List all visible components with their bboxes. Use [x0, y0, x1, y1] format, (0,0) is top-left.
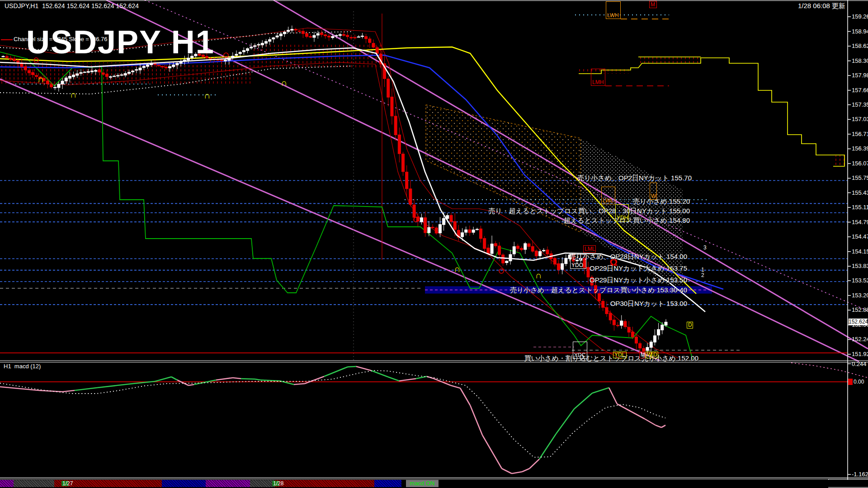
pivot-label-lwl: LWL [601, 187, 615, 204]
price-axis-tick: 157.350 [852, 101, 868, 108]
pivot-label-d: D [652, 352, 658, 358]
pivot-label-w: W [650, 183, 657, 200]
channel-marker [1, 39, 13, 40]
price-axis-tick: 153.835 [852, 263, 868, 269]
macd-pane-title: H1 macd (12) [4, 363, 41, 370]
session-segment [374, 480, 401, 487]
svg-text:∩: ∩ [70, 89, 76, 99]
pivot-label-ydl: YDL [613, 352, 627, 358]
session-date-highlight [61, 481, 68, 486]
session-segment [14, 480, 54, 487]
chart-annotation: OP30日NYカット 153.00 [610, 300, 687, 308]
chart-annotation: OP29日NYカット小さめ 153.50 [590, 276, 687, 285]
price-axis-tick: 155.435 [852, 189, 868, 196]
session-segment [250, 480, 275, 487]
price-axis-tick: 158.625 [852, 42, 868, 49]
ohlc-readout: USDJPY,H1 152.624 152.624 152.624 152.62… [5, 2, 139, 9]
price-axis-tick: 153.200 [852, 292, 868, 299]
chart-annotation: 売り小さめ・超えるとストップロス買い小さめ 153.30-40 [510, 286, 687, 295]
chart-canvas[interactable]: ∩∩∩∩∩∩Ω [0, 0, 868, 488]
session-segment [401, 480, 826, 487]
pivot-label-lml: LML [583, 245, 596, 253]
price-axis-tick: 154.475 [852, 233, 868, 240]
pivot-label-ydc: YDC [573, 342, 587, 359]
price-axis-tick: 157.985 [852, 72, 868, 79]
macd-on-toggle[interactable]: macd ON [406, 480, 439, 487]
chart-annotation: 買い小さめ・割り込むとストップロス売り小さめ 152.00 [524, 354, 698, 363]
session-date-label: 1/27 [62, 480, 73, 487]
price-axis-tick: 154.155 [852, 248, 868, 255]
session-segment [206, 480, 250, 487]
session-date-highlight [272, 481, 279, 486]
pivot-label-ydo: YDO [570, 254, 586, 269]
session-segment [162, 480, 206, 487]
svg-text:∩: ∩ [281, 78, 287, 88]
price-axis-tick: 158.945 [852, 28, 868, 35]
svg-text:∩: ∩ [535, 270, 542, 280]
pivot-label-m: M [639, 352, 645, 358]
svg-text:∩: ∩ [454, 264, 460, 274]
price-axis-tick: 155.750 [852, 174, 868, 181]
chart-annotation: 売り小さめ 155.20 [633, 197, 690, 206]
pivot-label-lwh: LWH [606, 1, 621, 19]
price-axis-tick: 159.265 [852, 13, 868, 20]
chart-annotation: 売り小さめ、OP28日NYカット 154.00 [569, 253, 687, 261]
current-price-tag: 152.624 [849, 319, 868, 325]
pivot-label-ydh: YDH [615, 204, 629, 221]
macd-axis-max: 0.244 [852, 361, 867, 367]
price-axis-tick: 155.115 [852, 204, 868, 211]
chart-annotation: 売り小さめ、OP2日NYカット 155.70 [577, 174, 692, 183]
channel-info-label: Channel size = 2345 Slope = -36.76 [14, 36, 107, 42]
price-axis-tick: 152.240 [852, 336, 868, 343]
macd-zero-label: 0.00 [854, 379, 864, 385]
session-date-label: 1/28 [273, 480, 283, 487]
pivot-label-w: W [646, 352, 651, 358]
svg-text:∩: ∩ [204, 90, 210, 100]
price-axis-tick: 157.030 [852, 116, 868, 122]
session-segment [0, 480, 14, 487]
price-axis-tick: 151.920 [852, 351, 868, 357]
pivot-label-lmh: LMH [591, 69, 605, 86]
price-axis-tick: 158.305 [852, 57, 868, 64]
wave-count-number: 3 [703, 244, 707, 251]
wave-count-number: 2 [701, 272, 704, 278]
price-axis-tick: 152.880 [852, 306, 868, 313]
price-axis-tick: 154.795 [852, 219, 868, 225]
last-update-time: 1/28 06:08 更新 [798, 2, 845, 10]
price-axis-tick: 156.070 [852, 160, 868, 167]
mt4-chart-window: ∩∩∩∩∩∩Ω USDJPY H1 USDJPY,H1 152.624 152.… [0, 0, 868, 488]
price-axis-tick: 156.390 [852, 145, 868, 152]
session-segment [275, 480, 374, 487]
chart-annotation: OP29日NYカット大きめ 153.75 [590, 264, 687, 273]
price-axis-tick: 157.665 [852, 87, 868, 94]
macd-axis-min: -1.162 [852, 471, 868, 478]
pivot-label-d: D [687, 322, 693, 328]
price-axis-tick: 153.520 [852, 277, 868, 284]
price-axis-tick: 156.710 [852, 131, 868, 137]
chart-annotation: 売り・超えるとストップロス買い、OP28・30日NYカット 155.00 [488, 207, 690, 216]
svg-text:∩: ∩ [38, 74, 44, 84]
pivot-label-m: M [649, 1, 657, 8]
macd-zero-tag [848, 379, 853, 385]
